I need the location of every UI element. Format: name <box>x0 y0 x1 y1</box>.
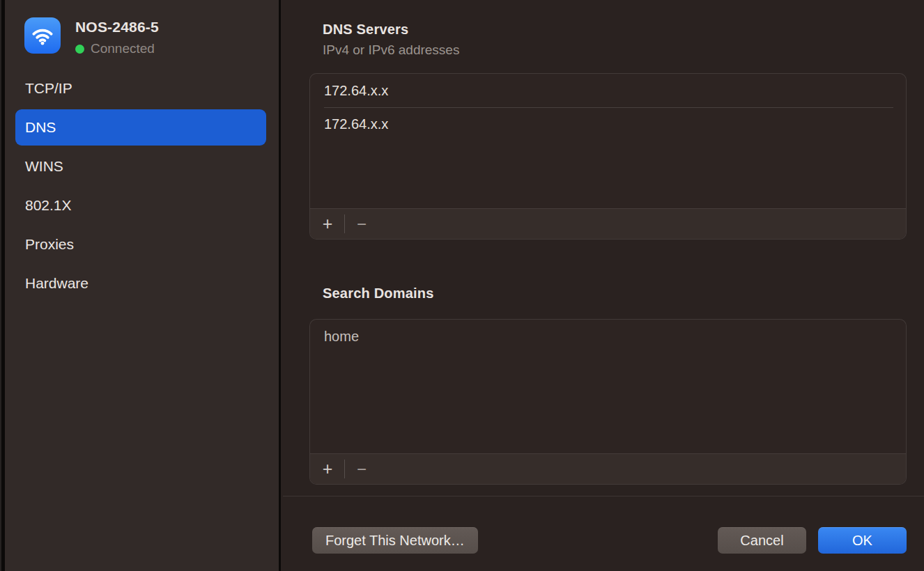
search-domain-row[interactable]: home <box>310 320 906 353</box>
ok-button[interactable]: OK <box>818 527 907 554</box>
add-dns-server-button[interactable]: + <box>312 209 343 240</box>
sidebar-item-8021x[interactable]: 802.1X <box>15 187 266 224</box>
sidebar: NOS-2486-5 Connected TCP/IP DNS WINS 802… <box>0 0 281 571</box>
search-domains-list: home + − <box>309 319 907 485</box>
dns-servers-title: DNS Servers <box>323 22 408 38</box>
dns-servers-subtitle: IPv4 or IPv6 addresses <box>323 42 459 58</box>
connected-status-label: Connected <box>91 41 155 56</box>
wifi-icon <box>24 17 61 54</box>
toolbar-separator <box>344 460 345 478</box>
network-meta: NOS-2486-5 Connected <box>75 17 159 56</box>
footer-actions: Cancel OK <box>718 527 907 554</box>
ok-label: OK <box>852 533 872 549</box>
search-domains-title: Search Domains <box>323 286 434 302</box>
forget-network-button[interactable]: Forget This Network… <box>312 527 478 554</box>
search-domains-toolbar: + − <box>310 453 906 484</box>
sidebar-item-hardware[interactable]: Hardware <box>15 265 266 302</box>
sidebar-item-proxies[interactable]: Proxies <box>15 226 266 263</box>
sidebar-menu: TCP/IP DNS WINS 802.1X Proxies Hardware <box>15 70 266 304</box>
cancel-button[interactable]: Cancel <box>718 527 806 554</box>
sidebar-item-dns[interactable]: DNS <box>15 109 266 146</box>
toolbar-separator <box>344 214 345 233</box>
cancel-label: Cancel <box>740 533 783 549</box>
network-status: Connected <box>75 41 159 56</box>
dns-server-row[interactable]: 172.64.x.x <box>310 74 906 107</box>
footer-divider <box>283 496 924 496</box>
network-name: NOS-2486-5 <box>75 19 159 36</box>
remove-search-domain-button[interactable]: − <box>346 454 377 485</box>
sheet-edge-divider <box>0 0 5 571</box>
dns-servers-list: 172.64.x.x 172.64.x.x + − <box>309 73 907 240</box>
sidebar-item-wins[interactable]: WINS <box>15 148 266 185</box>
dns-pane: DNS Servers IPv4 or IPv6 addresses 172.6… <box>283 0 924 571</box>
network-header: NOS-2486-5 Connected <box>24 17 159 56</box>
dns-servers-toolbar: + − <box>310 208 906 239</box>
sidebar-item-tcpip[interactable]: TCP/IP <box>15 70 266 107</box>
add-search-domain-button[interactable]: + <box>312 454 343 485</box>
dns-server-row[interactable]: 172.64.x.x <box>310 107 906 141</box>
wifi-details-sheet: NOS-2486-5 Connected TCP/IP DNS WINS 802… <box>0 0 924 571</box>
connected-status-dot-icon <box>75 45 84 54</box>
remove-dns-server-button[interactable]: − <box>346 209 377 240</box>
search-domains-rows: home <box>310 320 906 353</box>
forget-network-label: Forget This Network… <box>325 533 465 549</box>
dns-servers-rows: 172.64.x.x 172.64.x.x <box>310 74 906 141</box>
